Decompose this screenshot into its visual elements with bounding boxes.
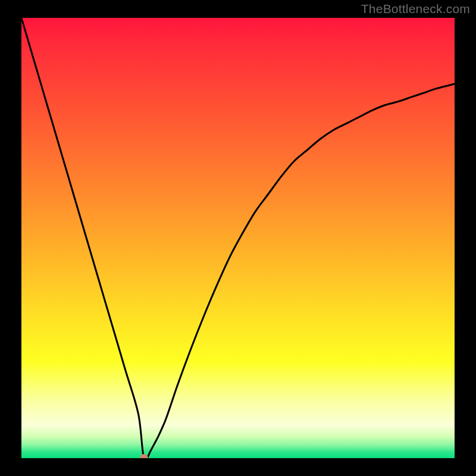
watermark-text: TheBottleneck.com <box>361 2 470 16</box>
plot-area <box>21 18 455 458</box>
bottleneck-curve <box>21 18 455 458</box>
vertex-marker <box>140 454 148 458</box>
chart-frame: TheBottleneck.com <box>0 0 476 476</box>
